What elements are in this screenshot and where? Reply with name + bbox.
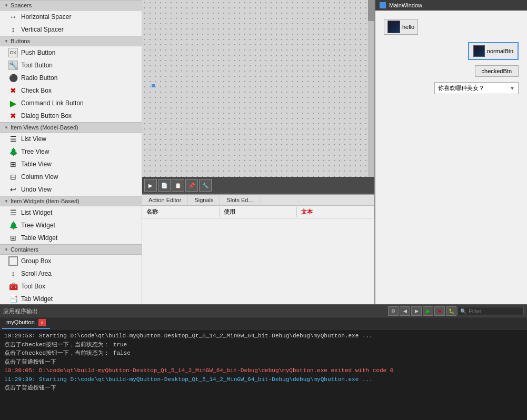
sidebar-item-radio-button[interactable]: ⚫ Radio Button [0,72,142,84]
undo-view-label: Undo View [21,186,52,193]
output-header: 应用程序输出 ⚙ ◀ ▶ ▶ ■ 🐛 🔍 [0,305,527,317]
combo-arrow-icon: ▼ [510,85,515,91]
sidebar-item-tool-button[interactable]: 🔧 Tool Button [0,59,142,72]
sidebar-item-tool-box[interactable]: 🧰 Tool Box [0,280,142,293]
section-containers-label: Containers [11,246,38,253]
check-box-label: Check Box [21,87,52,94]
sidebar-item-horizontal-spacer[interactable]: ↔ Horizontal Spacer [0,11,142,23]
command-link-button-icon: ▶ [8,98,18,108]
table-view-label: Table View [21,161,52,168]
normal-button[interactable]: normalBtn [468,42,519,60]
section-item-widgets-label: Item Widgets (Item-Based) [11,198,79,204]
col-text: 文本 [297,207,374,217]
tab-action-editor[interactable]: Action Editor [142,195,188,205]
search-icon: 🔍 [460,308,466,314]
checked-btn-row: checkedBtn [384,65,519,77]
col-name: 名称 [142,207,220,217]
column-view-label: Column View [21,173,58,181]
tree-widget-label: Tree Widget [21,222,55,229]
canvas-scrollbar-thumb [368,0,374,21]
normal-btn-row: normalBtn [384,42,519,60]
combo-box[interactable]: 你喜欢哪种美女？ ▼ [434,82,519,94]
canvas[interactable] [142,0,374,177]
output-next-btn[interactable]: ▶ [411,306,422,316]
checked-button[interactable]: checkedBtn [475,65,519,77]
sidebar-item-check-box[interactable]: ✖ Check Box [0,84,142,97]
sidebar-item-tree-widget[interactable]: 🌲 Tree Widget [0,219,142,232]
column-view-icon: ⊟ [8,172,18,182]
main-window-title: MainWindow [389,2,422,8]
output-search-input[interactable] [469,308,521,314]
tab-widget-icon: 📑 [8,294,18,304]
toolbar-btn-2[interactable]: 📄 [158,179,171,192]
section-containers[interactable]: Containers [0,244,142,255]
radio-button-icon: ⚫ [8,73,18,83]
tool-box-icon: 🧰 [8,282,18,291]
list-widget-label: List Widget [21,209,52,216]
tool-button-icon: 🔧 [8,61,18,70]
normal-button-label: normalBtn [487,48,513,54]
sidebar-item-list-widget[interactable]: ☰ List Widget [0,206,142,219]
sidebar-item-undo-view[interactable]: ↩ Undo View [0,183,142,196]
sidebar-item-vertical-spacer[interactable]: ↕ Vertical Spacer [0,23,142,36]
sidebar-item-command-link-button[interactable]: ▶ Command Link Button [0,97,142,109]
sidebar-item-table-widget[interactable]: ⊞ Table Widget [0,232,142,244]
check-box-icon: ✖ [8,86,18,95]
toolbar-btn-4[interactable]: 📌 [185,179,198,192]
toolbar-btn-1[interactable]: ▶ [144,179,157,192]
sidebar-item-tree-view[interactable]: 🌲 Tree View [0,145,142,158]
tab-slots-ed[interactable]: Slots Ed... [220,195,260,205]
design-area: ▶ 📄 📋 📌 🔧 Action Editor Signals Slots Ed… [142,0,374,304]
horizontal-spacer-label: Horizontal Spacer [21,13,71,21]
canvas-scrollbar[interactable] [368,0,374,177]
sidebar-item-table-view[interactable]: ⊞ Table View [0,158,142,171]
output-debug-btn[interactable]: 🐛 [446,306,456,316]
sidebar-item-scroll-area[interactable]: ↕ Scroll Area [0,267,142,280]
table-view-icon: ⊞ [8,159,18,169]
sidebar-item-push-button[interactable]: OK Push Button [0,46,142,59]
list-view-icon: ☰ [8,134,18,144]
properties-panel: Action Editor Signals Slots Ed... 名称 使用 … [142,194,374,304]
output-line: 10:30:05: D:\code\qt\build-myQbutton-Des… [4,366,523,375]
section-buttons-label: Buttons [11,38,30,44]
section-item-views-label: Item Views (Model-Based) [11,124,78,131]
output-line: 11:29:39: Starting D:\code\qt\build-myQb… [4,375,523,384]
output-line: 10:29:53: Starting D:\code\qt\build-myQb… [4,332,523,341]
normal-button-icon [473,45,485,57]
output-line: 点击了普通按钮一下 [4,358,523,367]
main-window-panel: MainWindow hello normalBtn checkedBtn [374,0,527,304]
checked-button-label: checkedBtn [482,68,512,74]
tool-box-label: Tool Box [21,283,45,290]
section-item-widgets[interactable]: Item Widgets (Item-Based) [0,196,142,206]
canvas-marker [152,84,155,87]
sidebar-item-tab-widget[interactable]: 📑 Tab Widget [0,293,142,304]
output-prev-btn[interactable]: ◀ [400,306,410,316]
output-controls: ⚙ ◀ ▶ ▶ ■ 🐛 🔍 [388,306,524,316]
scroll-area-icon: ↕ [8,269,18,278]
tree-widget-icon: 🌲 [8,221,18,230]
sidebar-item-column-view[interactable]: ⊟ Column View [0,171,142,183]
table-widget-icon: ⊞ [8,233,18,243]
combo-box-value: 你喜欢哪种美女？ [438,84,484,92]
sidebar-item-dialog-button-box[interactable]: ✖ Dialog Button Box [0,109,142,122]
output-settings-btn[interactable]: ⚙ [388,306,399,316]
output-content: 10:29:53: Starting D:\code\qt\build-myQb… [0,329,527,420]
output-tab-close[interactable]: × [38,319,46,326]
col-usage: 使用 [220,207,297,217]
horizontal-spacer-icon: ↔ [8,12,18,22]
output-tab-myqbutton[interactable]: myQbutton × [2,317,50,329]
toolbar-btn-5[interactable]: 🔧 [199,179,212,192]
section-buttons[interactable]: Buttons [0,36,142,46]
output-play-btn[interactable]: ▶ [423,306,433,316]
output-line: 点击了普通按钮一下 [4,384,523,393]
hello-button[interactable]: hello [384,19,418,35]
list-view-label: List View [21,135,46,143]
sidebar-item-list-view[interactable]: ☰ List View [0,133,142,145]
sidebar-item-group-box[interactable]: Group Box [0,255,142,267]
output-stop-btn[interactable]: ■ [434,306,445,316]
tree-view-icon: 🌲 [8,147,18,156]
toolbar-btn-3[interactable]: 📋 [172,179,184,192]
section-item-views[interactable]: Item Views (Model-Based) [0,122,142,133]
tab-signals[interactable]: Signals [188,195,220,205]
section-spacers[interactable]: Spacers [0,0,142,11]
